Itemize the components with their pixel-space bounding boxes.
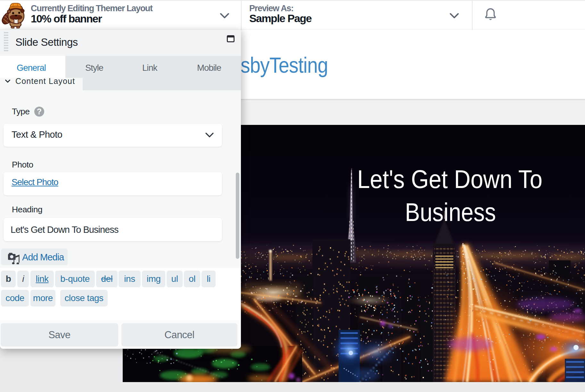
svg-text:Business: Business: [405, 198, 496, 226]
svg-text:Let's Get Down To: Let's Get Down To: [357, 165, 542, 193]
